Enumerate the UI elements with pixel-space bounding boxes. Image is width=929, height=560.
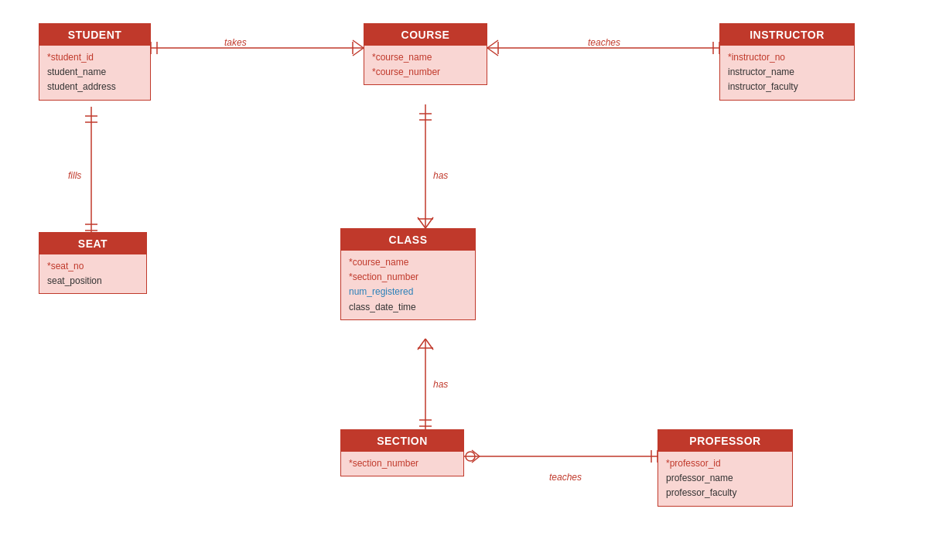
professor-body: *professor_id professor_name professor_f… — [658, 452, 792, 506]
student-field-3: student_address — [47, 80, 142, 94]
course-header: COURSE — [364, 24, 487, 46]
instructor-field-1: *instructor_no — [728, 50, 846, 65]
seat-field-2: seat_position — [47, 274, 138, 289]
svg-line-21 — [425, 217, 433, 228]
teaches-instructor-label: teaches — [588, 37, 620, 48]
svg-line-3 — [353, 40, 364, 48]
has-class-label: has — [433, 170, 448, 181]
svg-line-25 — [425, 339, 433, 350]
instructor-field-2: instructor_name — [728, 65, 846, 80]
section-field-1: *section_number — [349, 456, 456, 471]
student-field-2: student_name — [47, 65, 142, 80]
section-body: *section_number — [341, 452, 463, 476]
diagram-container: takes teaches fills has has teaches STUD… — [0, 0, 929, 560]
class-body: *course_name *section_number num_registe… — [341, 251, 475, 319]
instructor-field-3: instructor_faculty — [728, 80, 846, 94]
course-field-1: *course_name — [372, 50, 479, 65]
class-field-4: class_date_time — [349, 300, 467, 315]
class-field-1: *course_name — [349, 255, 467, 270]
class-field-2: *section_number — [349, 270, 467, 285]
entity-student: STUDENT *student_id student_name student… — [39, 23, 151, 101]
takes-label: takes — [224, 37, 247, 48]
entity-section: SECTION *section_number — [340, 429, 464, 476]
course-field-2: *course_number — [372, 65, 479, 80]
class-header: CLASS — [341, 229, 475, 251]
svg-line-32 — [472, 456, 480, 463]
entity-course: COURSE *course_name *course_number — [364, 23, 487, 85]
teaches-professor-label: teaches — [549, 472, 582, 483]
entity-professor: PROFESSOR *professor_id professor_name p… — [657, 429, 793, 507]
fills-label: fills — [68, 170, 81, 181]
svg-line-8 — [487, 48, 498, 56]
instructor-body: *instructor_no instructor_name instructo… — [720, 46, 854, 100]
professor-header: PROFESSOR — [658, 430, 792, 452]
professor-field-1: *professor_id — [666, 456, 784, 471]
svg-point-30 — [466, 452, 475, 461]
section-header: SECTION — [341, 430, 463, 452]
class-field-3: num_registered — [349, 285, 467, 299]
student-field-1: *student_id — [47, 50, 142, 65]
seat-header: SEAT — [39, 233, 146, 254]
svg-line-20 — [418, 217, 425, 228]
svg-line-4 — [353, 48, 364, 56]
professor-field-2: professor_name — [666, 471, 784, 486]
svg-line-24 — [418, 339, 425, 350]
has-section-label: has — [433, 379, 448, 390]
seat-body: *seat_no seat_position — [39, 254, 146, 293]
student-header: STUDENT — [39, 24, 150, 46]
course-body: *course_name *course_number — [364, 46, 487, 84]
entity-seat: SEAT *seat_no seat_position — [39, 232, 147, 294]
student-body: *student_id student_name student_address — [39, 46, 150, 100]
seat-field-1: *seat_no — [47, 259, 138, 274]
svg-line-31 — [472, 450, 480, 456]
professor-field-3: professor_faculty — [666, 486, 784, 500]
svg-line-7 — [487, 40, 498, 48]
entity-instructor: INSTRUCTOR *instructor_no instructor_nam… — [719, 23, 855, 101]
entity-class: CLASS *course_name *section_number num_r… — [340, 228, 476, 320]
instructor-header: INSTRUCTOR — [720, 24, 854, 46]
